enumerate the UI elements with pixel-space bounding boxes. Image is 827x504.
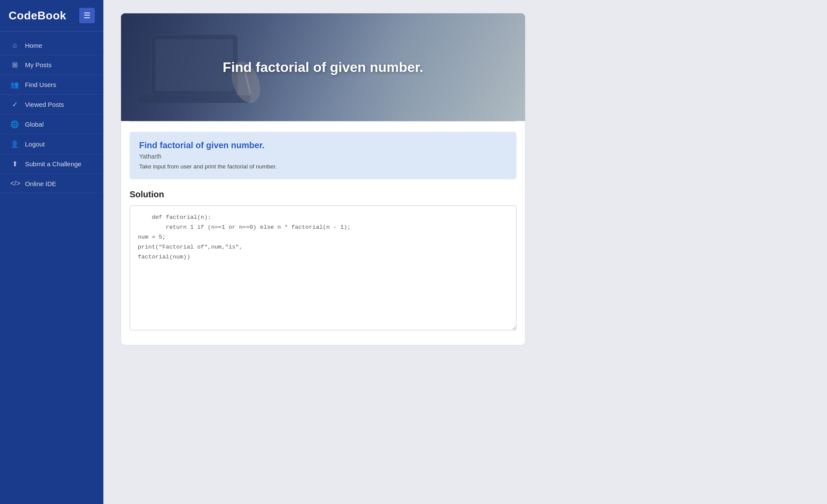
sidebar-label-online-ide: Online IDE [25, 180, 56, 187]
sidebar-item-viewed-posts[interactable]: ✓Viewed Posts [0, 95, 103, 115]
sidebar-item-logout[interactable]: 👤Logout [0, 134, 103, 154]
hamburger-icon: ☰ [84, 12, 90, 19]
challenge-title: Find factorial of given number. [139, 140, 507, 150]
sidebar-label-global: Global [25, 121, 44, 128]
submit-challenge-icon: ⬆ [10, 160, 19, 168]
logout-icon: 👤 [10, 140, 19, 148]
sidebar-item-find-users[interactable]: 👥Find Users [0, 75, 103, 95]
sidebar-label-submit-challenge: Submit a Challenge [25, 160, 81, 168]
svg-rect-2 [138, 95, 250, 103]
sidebar-label-find-users: Find Users [25, 81, 56, 88]
sidebar-item-online-ide[interactable]: </>Online IDE [0, 174, 103, 193]
sidebar-label-home: Home [25, 42, 42, 49]
sidebar-label-logout: Logout [25, 140, 45, 148]
hero-title: Find factorial of given number. [205, 59, 441, 75]
sidebar-header: CodeBook ☰ [0, 0, 103, 31]
sidebar-item-home[interactable]: ⌂Home [0, 36, 103, 55]
home-icon: ⌂ [10, 41, 19, 49]
solution-heading: Solution [130, 190, 516, 199]
sidebar: CodeBook ☰ ⌂Home⊞My Posts👥Find Users✓Vie… [0, 0, 103, 504]
sidebar-item-submit-challenge[interactable]: ⬆Submit a Challenge [0, 154, 103, 174]
online-ide-icon: </> [10, 180, 19, 187]
challenge-info-box: Find factorial of given number. Yatharth… [130, 132, 516, 179]
my-posts-icon: ⊞ [10, 61, 19, 69]
main-content: Find factorial of given number. Find fac… [103, 0, 827, 504]
menu-toggle-button[interactable]: ☰ [79, 8, 95, 23]
solution-section: Solution [121, 179, 525, 345]
content-card: Find factorial of given number. Find fac… [121, 13, 525, 345]
sidebar-item-global[interactable]: 🌐Global [0, 115, 103, 134]
code-editor[interactable] [130, 205, 516, 330]
sidebar-item-my-posts[interactable]: ⊞My Posts [0, 55, 103, 75]
challenge-description: Take input from user and print the facto… [139, 163, 507, 170]
hero-banner: Find factorial of given number. [121, 13, 525, 121]
content-divider [130, 121, 516, 121]
app-logo: CodeBook [9, 9, 66, 22]
challenge-author: Yatharth [139, 153, 507, 160]
global-icon: 🌐 [10, 120, 19, 128]
find-users-icon: 👥 [10, 81, 19, 89]
sidebar-label-viewed-posts: Viewed Posts [25, 101, 64, 108]
viewed-posts-icon: ✓ [10, 100, 19, 109]
nav-list: ⌂Home⊞My Posts👥Find Users✓Viewed Posts🌐G… [0, 31, 103, 198]
sidebar-label-my-posts: My Posts [25, 61, 52, 68]
